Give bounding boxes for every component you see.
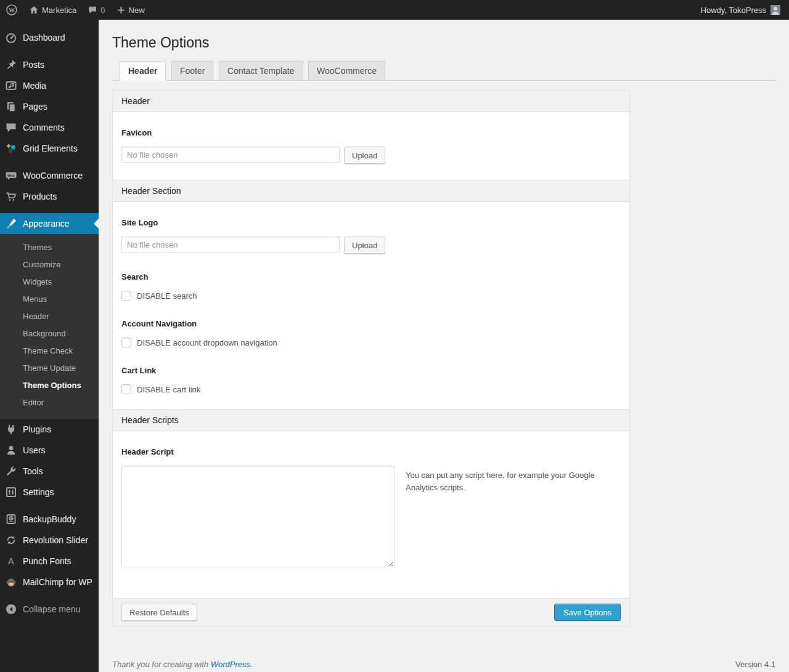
site-logo-upload-button[interactable]: Upload	[344, 237, 385, 254]
sidebar-item-label: BackupBuddy	[23, 514, 76, 524]
sidebar-item-label: Dashboard	[23, 33, 65, 43]
plus-icon	[117, 6, 126, 15]
save-options-button[interactable]: Save Options	[554, 604, 621, 621]
comment-bubble-icon	[88, 5, 97, 15]
sidebar-item-punch-fonts[interactable]: A Punch Fonts	[0, 551, 99, 572]
sidebar-item-dashboard[interactable]: Dashboard	[0, 27, 99, 48]
tab-bar: Header Footer Contact Template WooCommer…	[112, 61, 777, 81]
sidebar-subitem-editor[interactable]: Editor	[0, 394, 99, 411]
media-icon	[5, 79, 17, 92]
new-label: New	[129, 6, 145, 15]
favicon-upload-button[interactable]: Upload	[344, 147, 385, 164]
avatar	[771, 5, 780, 15]
sidebar-item-label: Posts	[23, 60, 44, 70]
appearance-brush-icon	[5, 217, 17, 230]
sidebar-subitem-themes[interactable]: Themes	[0, 239, 99, 256]
sidebar-item-grid-elements[interactable]: Grid Elements	[0, 138, 99, 159]
collapse-menu-button[interactable]: Collapse menu	[0, 599, 99, 620]
sidebar-item-mailchimp[interactable]: MailChimp for WP	[0, 572, 99, 593]
appearance-submenu: Themes Customize Widgets Menus Header Ba…	[0, 234, 99, 419]
footer-thankyou-text: Thank you for creating with	[112, 660, 211, 669]
sidebar-item-posts[interactable]: Posts	[0, 54, 99, 75]
sidebar-item-label: Comments	[23, 123, 65, 132]
site-link[interactable]: Marketica	[23, 0, 82, 20]
site-logo-label: Site Logo	[121, 218, 621, 227]
comments-count: 0	[100, 6, 105, 15]
sidebar-subitem-theme-options[interactable]: Theme Options	[0, 377, 99, 394]
wordpress-logo-menu[interactable]: W	[0, 0, 23, 20]
sidebar-item-label: Revolution Slider	[23, 535, 88, 545]
section-header-scripts: Header Scripts	[113, 409, 629, 431]
site-logo-field[interactable]	[121, 237, 340, 253]
comments-icon	[5, 121, 17, 134]
sidebar-subitem-widgets[interactable]: Widgets	[0, 273, 99, 291]
home-icon	[29, 5, 39, 15]
comments-shortcut[interactable]: 0	[82, 0, 110, 20]
pushpin-icon	[5, 59, 17, 71]
tab-woocommerce[interactable]: WooCommerce	[308, 61, 385, 81]
sidebar-item-tools[interactable]: Tools	[0, 461, 99, 482]
howdy-text: Howdy, TokoPress	[701, 6, 766, 15]
dashboard-icon	[5, 31, 17, 44]
sidebar-item-label: WooCommerce	[23, 171, 83, 180]
plugin-icon	[5, 423, 17, 435]
svg-text:W: W	[9, 7, 15, 14]
favicon-label: Favicon	[121, 128, 621, 137]
sidebar-item-label: MailChimp for WP	[23, 577, 92, 587]
letter-a-icon: A	[5, 555, 17, 567]
sidebar-item-appearance[interactable]: Appearance	[0, 213, 99, 234]
sidebar-subitem-header[interactable]: Header	[0, 308, 99, 325]
sidebar-subitem-theme-check[interactable]: Theme Check	[0, 342, 99, 360]
sidebar-item-label: Tools	[23, 466, 43, 476]
header-script-textarea[interactable]	[121, 466, 394, 567]
sidebar-item-label: Settings	[23, 487, 54, 497]
sidebar-item-comments[interactable]: Comments	[0, 117, 99, 138]
cart-link-label: Cart Link	[121, 366, 621, 375]
new-content-menu[interactable]: New	[111, 0, 150, 20]
sidebar-item-plugins[interactable]: Plugins	[0, 419, 99, 440]
woocommerce-icon: Woo	[5, 169, 17, 182]
cart-icon	[5, 190, 17, 203]
sidebar-item-label: Plugins	[23, 424, 51, 434]
admin-sidebar: Dashboard Posts Media	[0, 20, 99, 672]
sidebar-item-label: Grid Elements	[23, 144, 78, 153]
sidebar-item-settings[interactable]: Settings	[0, 482, 99, 503]
sidebar-item-products[interactable]: Products	[0, 186, 99, 207]
sidebar-item-media[interactable]: Media	[0, 75, 99, 96]
wrench-icon	[5, 465, 17, 477]
header-script-hint: You can put any script here, for example…	[406, 469, 597, 567]
mailchimp-monkey-icon	[5, 576, 17, 588]
search-label: Search	[121, 272, 621, 281]
tab-footer[interactable]: Footer	[171, 61, 213, 81]
restore-defaults-button[interactable]: Restore Defaults	[121, 604, 197, 621]
sidebar-item-revolution-slider[interactable]: Revolution Slider	[0, 530, 99, 551]
collapse-arrow-icon	[5, 603, 17, 615]
svg-text:Woo: Woo	[7, 174, 15, 177]
panel-footer: Restore Defaults Save Options	[113, 598, 629, 626]
grid-elements-icon	[5, 142, 17, 155]
main-content: Theme Options Header Footer Contact Temp…	[99, 20, 789, 672]
sidebar-subitem-customize[interactable]: Customize	[0, 256, 99, 273]
sidebar-subitem-background[interactable]: Background	[0, 325, 99, 342]
sidebar-item-users[interactable]: Users	[0, 440, 99, 461]
sidebar-subitem-theme-update[interactable]: Theme Update	[0, 360, 99, 377]
tab-header[interactable]: Header	[120, 61, 166, 81]
header-script-label: Header Script	[121, 447, 621, 456]
site-name: Marketica	[42, 6, 76, 15]
sidebar-item-label: Users	[23, 445, 46, 455]
sidebar-item-woocommerce[interactable]: Woo WooCommerce	[0, 165, 99, 186]
favicon-field[interactable]	[121, 147, 340, 163]
footer-thankyou-period: .	[250, 660, 253, 669]
theme-options-panel: Header Favicon Upload Header Section Sit…	[112, 90, 630, 626]
tab-contact-template[interactable]: Contact Template	[219, 61, 303, 81]
disable-account-nav-checkbox[interactable]	[121, 338, 131, 347]
wordpress-link[interactable]: WordPress	[211, 660, 250, 669]
disable-cart-link-checkbox[interactable]	[121, 384, 131, 394]
sidebar-item-backupbuddy[interactable]: BackupBuddy	[0, 509, 99, 530]
sidebar-subitem-menus[interactable]: Menus	[0, 291, 99, 308]
page-title: Theme Options	[112, 34, 777, 52]
sidebar-item-pages[interactable]: Pages	[0, 96, 99, 117]
disable-search-checkbox[interactable]	[121, 291, 131, 301]
account-menu[interactable]: Howdy, TokoPress	[700, 0, 782, 20]
section-header: Header	[113, 91, 629, 112]
